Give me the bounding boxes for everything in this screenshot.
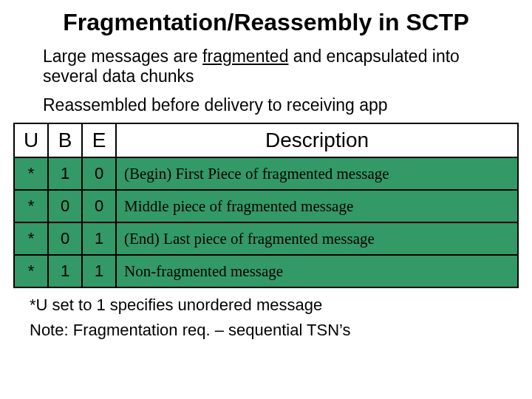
cell-e: 0 [82,157,116,190]
lead-underlined: fragmented [202,47,288,66]
cell-u: * [14,157,48,190]
cell-b: 0 [48,222,82,255]
footnote-tsn: Note: Fragmentation req. – sequential TS… [30,321,502,340]
cell-e: 0 [82,190,116,222]
cell-b: 1 [48,255,82,287]
cell-e: 1 [82,255,116,287]
cell-e: 1 [82,222,116,255]
cell-desc: (End) Last piece of fragmented message [116,222,518,255]
col-header-u: U [14,123,48,157]
lead-pre: Large messages are [43,47,202,66]
cell-desc: Non-fragmented message [116,255,518,287]
cell-u: * [14,222,48,255]
cell-b: 0 [48,190,82,222]
cell-desc: (Begin) First Piece of fragmented messag… [116,157,518,190]
footnote-u: *U set to 1 specifies unordered message [30,296,502,315]
lead-text: Large messages are fragmented and encaps… [43,47,489,86]
table-row: * 0 0 Middle piece of fragmented message [14,190,518,222]
cell-u: * [14,255,48,287]
table-row: * 1 0 (Begin) First Piece of fragmented … [14,157,518,190]
slide: Fragmentation/Reassembly in SCTP Large m… [0,0,532,399]
page-title: Fragmentation/Reassembly in SCTP [13,9,519,36]
cell-b: 1 [48,157,82,190]
cell-desc: Middle piece of fragmented message [116,190,518,222]
col-header-description: Description [116,123,518,157]
table-row: * 1 1 Non-fragmented message [14,255,518,287]
cell-u: * [14,190,48,222]
flags-table: U B E Description * 1 0 (Begin) First Pi… [13,123,519,288]
table-header-row: U B E Description [14,123,518,157]
lead-text-2: Reassembled before delivery to receiving… [43,95,489,115]
col-header-e: E [82,123,116,157]
col-header-b: B [48,123,82,157]
table-row: * 0 1 (End) Last piece of fragmented mes… [14,222,518,255]
